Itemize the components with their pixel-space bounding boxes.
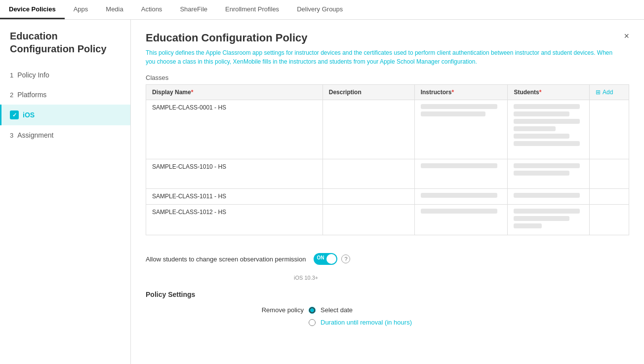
step-label-policy-info: Policy Info bbox=[17, 71, 49, 79]
remove-policy-group: Remove policy Select date Duration until… bbox=[146, 306, 629, 326]
cell-display-name-1: SAMPLE-CLASS-1010 - HS bbox=[146, 159, 323, 189]
sidebar-policy-title: Education Configuration Policy bbox=[0, 30, 130, 65]
cell-students-1 bbox=[508, 159, 590, 189]
cell-description-0 bbox=[322, 100, 414, 159]
blurred-student-text bbox=[514, 126, 555, 131]
col-add: ⊞ Add bbox=[590, 85, 629, 100]
nav-device-policies[interactable]: Device Policies bbox=[0, 0, 65, 19]
toggle-wrapper: ON ? bbox=[314, 253, 350, 265]
remove-policy-label: Remove policy bbox=[244, 306, 304, 314]
classes-table: Display Name* Description Instructors* S… bbox=[146, 84, 629, 235]
blurred-instructor-text bbox=[421, 209, 498, 214]
add-class-button[interactable]: ⊞ Add bbox=[596, 89, 613, 96]
sidebar-step-platforms[interactable]: 2 Platforms bbox=[0, 85, 130, 105]
table-row: SAMPLE-CLASS-1010 - HS bbox=[146, 159, 629, 189]
cell-display-name-3: SAMPLE-CLASS-1012 - HS bbox=[146, 205, 323, 235]
screen-observation-toggle[interactable]: ON bbox=[314, 253, 337, 265]
nav-delivery-groups[interactable]: Delivery Groups bbox=[288, 0, 352, 19]
nav-enrollment-profiles[interactable]: Enrollment Profiles bbox=[216, 0, 288, 19]
sidebar-step-ios[interactable]: ✓ iOS bbox=[0, 105, 130, 125]
blurred-student-text bbox=[514, 216, 569, 221]
cell-instructors-0 bbox=[414, 100, 508, 159]
policy-settings-heading: Policy Settings bbox=[146, 291, 629, 298]
blurred-instructor-text bbox=[421, 163, 498, 168]
cell-students-0 bbox=[508, 100, 590, 159]
cell-action-1 bbox=[590, 159, 629, 189]
table-row: SAMPLE-CLASS-1011 - HS bbox=[146, 189, 629, 205]
blurred-instructor-text bbox=[421, 193, 498, 198]
table-header-row: Display Name* Description Instructors* S… bbox=[146, 85, 629, 100]
blurred-student-text bbox=[514, 134, 569, 139]
nav-actions[interactable]: Actions bbox=[132, 0, 171, 19]
duration-label: Duration until removal (in hours) bbox=[321, 319, 412, 326]
toggle-label: Allow students to change screen observat… bbox=[146, 255, 306, 263]
nav-media[interactable]: Media bbox=[97, 0, 132, 19]
blurred-student-text bbox=[514, 104, 580, 109]
classes-section-label: Classes bbox=[146, 74, 629, 81]
col-instructors: Instructors* bbox=[414, 85, 508, 100]
step-number-2: 2 bbox=[10, 91, 13, 99]
content-description: This policy defines the Apple Classroom … bbox=[146, 48, 620, 66]
top-nav: Device Policies Apps Media Actions Share… bbox=[0, 0, 644, 20]
step-number-1: 1 bbox=[10, 72, 13, 79]
radio-row-duration: Duration until removal (in hours) bbox=[244, 319, 629, 326]
blurred-student-text bbox=[514, 119, 580, 124]
ios-check-icon: ✓ bbox=[10, 110, 19, 119]
content-title: Education Configuration Policy bbox=[146, 32, 308, 44]
step-label-assignment: Assignment bbox=[17, 131, 53, 139]
blurred-instructor-text bbox=[421, 104, 498, 109]
add-icon: ⊞ bbox=[596, 89, 601, 96]
cell-action-0 bbox=[590, 100, 629, 159]
cell-action-2 bbox=[590, 189, 629, 205]
blurred-instructor-text bbox=[421, 111, 485, 116]
main-layout: Education Configuration Policy 1 Policy … bbox=[0, 20, 644, 364]
step-number-3: 3 bbox=[10, 132, 13, 139]
radio-row-select-date: Remove policy Select date bbox=[244, 306, 629, 314]
blurred-student-text bbox=[514, 141, 580, 146]
col-display-name: Display Name* bbox=[146, 85, 323, 100]
col-students: Students* bbox=[508, 85, 590, 100]
select-date-label: Select date bbox=[321, 306, 353, 314]
table-row: SAMPLE-CLASS-1012 - HS bbox=[146, 205, 629, 235]
radio-duration[interactable] bbox=[309, 319, 316, 326]
blurred-student-text bbox=[514, 171, 569, 176]
cell-description-3 bbox=[322, 205, 414, 235]
cell-students-2 bbox=[508, 189, 590, 205]
blurred-student-text bbox=[514, 163, 580, 168]
cell-display-name-0: SAMPLE-CLASS-0001 - HS bbox=[146, 100, 323, 159]
blurred-student-text bbox=[514, 223, 541, 228]
cell-instructors-1 bbox=[414, 159, 508, 189]
cell-instructors-3 bbox=[414, 205, 508, 235]
close-button[interactable]: × bbox=[624, 32, 629, 40]
table-row: SAMPLE-CLASS-0001 - HS bbox=[146, 100, 629, 159]
sidebar-steps: 1 Policy Info 2 Platforms ✓ iOS 3 Assign… bbox=[0, 65, 130, 145]
step-label-ios: iOS bbox=[23, 111, 35, 119]
toggle-knob bbox=[326, 254, 336, 264]
content-area: Education Configuration Policy × This po… bbox=[131, 20, 644, 364]
cell-description-1 bbox=[322, 159, 414, 189]
toggle-on-text: ON bbox=[317, 255, 324, 260]
nav-apps[interactable]: Apps bbox=[65, 0, 97, 19]
toggle-section: Allow students to change screen observat… bbox=[146, 247, 629, 271]
blurred-student-text bbox=[514, 111, 569, 116]
cell-students-3 bbox=[508, 205, 590, 235]
blurred-student-text bbox=[514, 193, 580, 198]
ios-version-label: iOS 10.3+ bbox=[294, 275, 629, 281]
sidebar: Education Configuration Policy 1 Policy … bbox=[0, 20, 131, 364]
step-label-platforms: Platforms bbox=[17, 91, 46, 99]
nav-sharefile[interactable]: ShareFile bbox=[171, 0, 216, 19]
blurred-student-text bbox=[514, 209, 580, 214]
radio-select-date[interactable] bbox=[309, 307, 316, 314]
content-header: Education Configuration Policy × bbox=[146, 32, 629, 44]
cell-description-2 bbox=[322, 189, 414, 205]
cell-instructors-2 bbox=[414, 189, 508, 205]
cell-display-name-2: SAMPLE-CLASS-1011 - HS bbox=[146, 189, 323, 205]
sidebar-step-assignment[interactable]: 3 Assignment bbox=[0, 125, 130, 145]
col-description: Description bbox=[322, 85, 414, 100]
sidebar-step-policy-info[interactable]: 1 Policy Info bbox=[0, 65, 130, 85]
help-icon[interactable]: ? bbox=[341, 255, 350, 263]
cell-action-3 bbox=[590, 205, 629, 235]
